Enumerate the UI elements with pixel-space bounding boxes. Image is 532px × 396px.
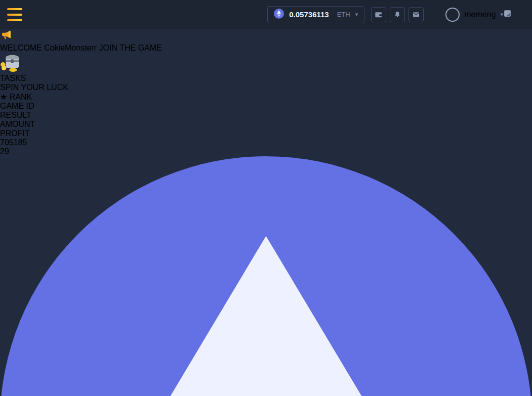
star-icon: ★ xyxy=(0,93,7,101)
tasks-title: TASKS xyxy=(0,74,532,83)
header-result: RESULT xyxy=(0,111,532,120)
welcome-prefix: WELCOME xyxy=(0,43,42,52)
menu-icon[interactable] xyxy=(7,8,22,21)
welcome-suffix: JOIN THE GAME xyxy=(99,43,162,52)
chevron-down-icon: ▾ xyxy=(355,11,358,18)
megaphone-icon xyxy=(0,29,13,41)
avatar xyxy=(445,8,460,22)
game-table-body: 705185290.00400000ETH0.00000000ETH705184… xyxy=(0,138,532,396)
announcement-banner: WELCOME CokieMonsterr JOIN THE GAME TASK… xyxy=(0,29,532,102)
balance-selector[interactable]: 0.05736113 ETH ▾ xyxy=(267,6,364,23)
welcome-player-name: CokieMonsterr xyxy=(44,43,97,52)
amount-cell: 0.00400000ETH xyxy=(0,156,532,396)
chat-toggle-button[interactable] xyxy=(503,9,512,20)
bell-icon xyxy=(393,11,401,19)
username: memeng xyxy=(464,10,496,19)
header-game-id: GAME ID xyxy=(0,102,532,111)
table-header: GAME ID RESULT AMOUNT PROFIT xyxy=(0,102,532,138)
rank-link[interactable]: ★ RANK xyxy=(0,92,532,102)
tasks-link[interactable]: TASKS SPIN YOUR LUCK xyxy=(0,53,532,92)
balance-currency: ETH xyxy=(337,11,350,18)
tasks-subtitle: SPIN YOUR LUCK xyxy=(0,83,532,92)
welcome-announcement: WELCOME CokieMonsterr JOIN THE GAME xyxy=(0,29,532,53)
treasure-chest-icon xyxy=(0,53,21,72)
table-row[interactable]: 705185290.00400000ETH0.00000000ETH xyxy=(0,138,532,396)
wallet-icon xyxy=(375,11,383,19)
chat-icon xyxy=(503,9,512,18)
result-badge: 29 xyxy=(0,147,9,156)
eth-coin-icon xyxy=(274,9,284,21)
game-id: 705185 xyxy=(0,138,532,147)
notifications-button[interactable] xyxy=(390,7,405,22)
messages-button[interactable] xyxy=(408,7,424,22)
game-history-table: GAME ID RESULT AMOUNT PROFIT 705185290.0… xyxy=(0,102,532,396)
envelope-icon xyxy=(412,11,420,19)
rank-label: RANK xyxy=(10,93,32,101)
header-profit: PROFIT xyxy=(0,129,532,138)
header-amount: AMOUNT xyxy=(0,120,532,129)
balance-value: 0.05736113 xyxy=(289,10,329,19)
top-bar: 0.05736113 ETH ▾ memeng ▾ xyxy=(0,0,532,29)
wallet-button[interactable] xyxy=(371,7,386,22)
user-menu[interactable]: memeng ▾ xyxy=(445,8,503,22)
